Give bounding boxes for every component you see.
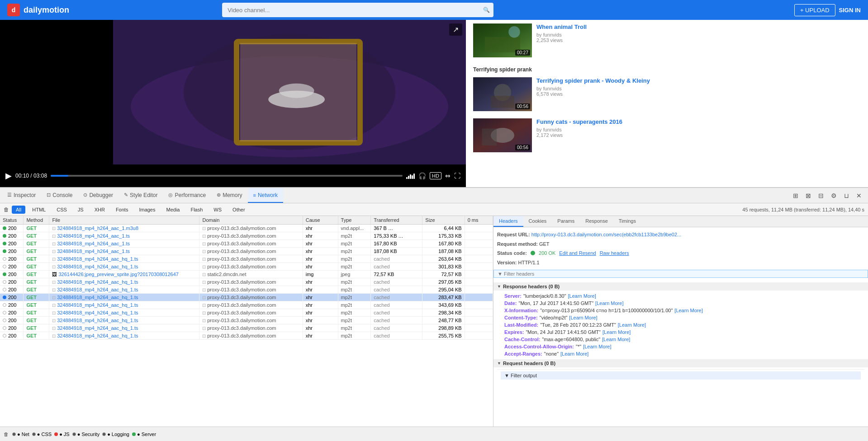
col-header-type[interactable]: Type — [338, 216, 371, 225]
col-header-time[interactable]: 0 ms — [465, 216, 493, 225]
table-row[interactable]: 200 GET ⊡ 324884918_mp4_h264_aac_hq_1.ts… — [0, 324, 493, 332]
file-cell[interactable]: ⊡ 324884918_mp4_h264_aac_1.ts — [49, 232, 199, 240]
filter-all[interactable]: All — [12, 206, 25, 214]
headphones-icon[interactable]: 🎧 — [418, 172, 426, 179]
table-row[interactable]: 200 GET ⊡ 324884918_mp4_h264_aac_hq_1.ts… — [0, 263, 493, 271]
table-row[interactable]: 200 GET ⊡ 324884918_mp4_h264_aac_hq_1.ts… — [0, 294, 493, 301]
filter-output-label[interactable]: ▼ Filter output — [501, 371, 861, 380]
close-devtools-button[interactable]: ✕ — [854, 190, 864, 201]
nd-tab-headers[interactable]: Headers — [493, 216, 523, 227]
filter-media[interactable]: Media — [162, 206, 184, 214]
tab-network[interactable]: ≡ Network — [248, 188, 283, 203]
table-row[interactable]: 200 GET ⊡ 324884918_mp4_h264_aac_hq_1.ts… — [0, 301, 493, 309]
file-cell[interactable]: ⊡ 324884918_mp4_h264_aac_hq_1.ts — [49, 255, 199, 263]
table-row[interactable]: 200 GET ⊡ 324884918_mp4_h264_aac_hq_1.ts… — [0, 332, 493, 340]
filter-fonts[interactable]: Fonts — [112, 206, 133, 214]
tab-debugger[interactable]: ⊙ Debugger — [78, 188, 119, 203]
search-icon[interactable]: 🔍 — [483, 7, 490, 13]
response-headers-section[interactable]: Response headers (0 B) — [493, 282, 868, 291]
file-cell[interactable]: ⊡ 324884918_mp4_h264_aac_hq_1.ts — [49, 263, 199, 271]
file-link[interactable]: 326144426:jpeg_preview_sprite.jpg?201703… — [59, 272, 179, 277]
fullscreen-icon[interactable]: ⛶ — [454, 172, 460, 179]
sidebar-video-2[interactable]: 00:56 Terrifying spider prank - Woody & … — [473, 77, 861, 111]
filter-headers-input[interactable] — [493, 270, 868, 278]
cf-net[interactable]: ● Net — [12, 432, 29, 437]
learn-more-link[interactable]: [Learn More] — [560, 351, 588, 357]
filter-other[interactable]: Other — [228, 206, 249, 214]
filter-ws[interactable]: WS — [209, 206, 226, 214]
filter-flash[interactable]: Flash — [186, 206, 207, 214]
cf-js[interactable]: ● JS — [54, 432, 70, 437]
file-link[interactable]: 324884918_mp4_h264_aac_hq_1.ts — [57, 295, 138, 300]
undock-button[interactable]: ⊔ — [841, 190, 852, 201]
filter-css[interactable]: CSS — [52, 206, 71, 214]
learn-more-link[interactable]: [Learn More] — [674, 308, 702, 313]
nd-tab-timings[interactable]: Timings — [613, 216, 641, 227]
file-cell[interactable]: ⊡ 324884918_mp4_h264_aac_hq_1.ts — [49, 301, 199, 309]
signin-button[interactable]: SIGN IN — [839, 7, 861, 14]
file-link[interactable]: 324884918_mp4_h264_aac_1.ts — [57, 249, 130, 254]
table-row[interactable]: 200 GET ⊡ 324884918_mp4_h264_aac_hq_1.ts… — [0, 309, 493, 317]
file-cell[interactable]: ⊡ 324884918_mp4_h264_aac_hq_1.ts — [49, 309, 199, 317]
file-link[interactable]: 324884918_mp4_h264_aac_1.ts — [57, 241, 130, 246]
file-link[interactable]: 324884918_mp4_h264_aac_hq_1.ts — [57, 325, 138, 331]
file-link[interactable]: 324884918_mp4_h264_aac_hq_1.ts — [57, 302, 138, 308]
col-header-size[interactable]: Size — [422, 216, 465, 225]
file-link[interactable]: 324884918_mp4_h264_aac_1.m3u8 — [57, 225, 138, 231]
pick-element-button[interactable]: ⊠ — [803, 190, 814, 201]
nd-tab-cookies[interactable]: Cookies — [523, 216, 552, 227]
learn-more-link[interactable]: [Learn More] — [618, 322, 646, 328]
table-row[interactable]: 200 GET 🖼 326144426:jpeg_preview_sprite.… — [0, 271, 493, 278]
learn-more-link[interactable]: [Learn More] — [583, 344, 611, 349]
settings-button[interactable]: ⚙ — [828, 190, 839, 201]
learn-more-link[interactable]: [Learn More] — [602, 329, 631, 335]
filter-js[interactable]: JS — [74, 206, 88, 214]
file-cell[interactable]: ⊡ 324884918_mp4_h264_aac_hq_1.ts — [49, 294, 199, 301]
trash-icon[interactable]: 🗑 — [4, 206, 9, 213]
split-console-button[interactable]: ⊟ — [816, 190, 826, 201]
tab-style-editor[interactable]: ✎ Style Editor — [119, 188, 163, 203]
learn-more-link[interactable]: [Learn More] — [568, 293, 596, 299]
learn-more-link[interactable]: [Learn More] — [569, 315, 597, 320]
file-cell[interactable]: ⊡ 324884918_mp4_h264_aac_hq_1.ts — [49, 317, 199, 324]
file-cell[interactable]: 🖼 326144426:jpeg_preview_sprite.jpg?2017… — [49, 271, 199, 278]
trash-console-icon[interactable]: 🗑 — [4, 432, 9, 437]
upload-button[interactable]: + UPLOAD — [794, 4, 835, 16]
nd-tab-response[interactable]: Response — [580, 216, 613, 227]
request-headers-section[interactable]: Request headers (0 B) — [493, 359, 868, 367]
filter-xhr[interactable]: XHR — [90, 206, 109, 214]
col-header-transferred[interactable]: Transferred — [371, 216, 422, 225]
file-cell[interactable]: ⊡ 324884918_mp4_h264_aac_1.ts — [49, 240, 199, 248]
tab-memory[interactable]: ⊛ Memory — [211, 188, 247, 203]
cf-server[interactable]: ● Server — [132, 432, 156, 437]
resize-icon[interactable]: ⇔ — [445, 172, 451, 179]
col-header-status[interactable]: Status — [0, 216, 24, 225]
file-link[interactable]: 324884918_mp4_h264_aac_hq_1.ts — [57, 333, 138, 338]
sidebar-video-3[interactable]: 00:56 Funny cats - superagents 2016 by f… — [473, 118, 861, 152]
cf-security[interactable]: ● Security — [72, 432, 100, 437]
tab-performance[interactable]: ◎ Performance — [163, 188, 211, 203]
file-link[interactable]: 324884918_mp4_h264_aac_hq_1.ts — [57, 256, 138, 262]
table-row[interactable]: 200 GET ⊡ 324884918_mp4_h264_aac_hq_1.ts… — [0, 278, 493, 286]
file-cell[interactable]: ⊡ 324884918_mp4_h264_aac_hq_1.ts — [49, 332, 199, 340]
file-cell[interactable]: ⊡ 324884918_mp4_h264_aac_hq_1.ts — [49, 278, 199, 286]
edit-resend-button[interactable]: Edit and Resend — [559, 250, 596, 256]
table-row[interactable]: 200 GET ⊡ 324884918_mp4_h264_aac_1.ts ⊡ … — [0, 232, 493, 240]
file-cell[interactable]: ⊡ 324884918_mp4_h264_aac_1.ts — [49, 248, 199, 255]
file-link[interactable]: 324884918_mp4_h264_aac_hq_1.ts — [57, 279, 138, 285]
file-cell[interactable]: ⊡ 324884918_mp4_h264_aac_hq_1.ts — [49, 286, 199, 294]
responsive-design-button[interactable]: ⊞ — [790, 190, 801, 201]
file-cell[interactable]: ⊡ 324884918_mp4_h264_aac_hq_1.ts — [49, 324, 199, 332]
table-row[interactable]: 200 GET ⊡ 324884918_mp4_h264_aac_1.ts ⊡ … — [0, 240, 493, 248]
table-row[interactable]: 200 GET ⊡ 324884918_mp4_h264_aac_hq_1.ts… — [0, 317, 493, 324]
table-row[interactable]: 200 GET ⊡ 324884918_mp4_h264_aac_hq_1.ts… — [0, 286, 493, 294]
filter-images[interactable]: Images — [135, 206, 159, 214]
col-header-file[interactable]: File — [49, 216, 199, 225]
logo[interactable]: d dailymotion — [7, 4, 69, 16]
play-button[interactable]: ▶ — [5, 171, 12, 181]
tab-inspector[interactable]: ☰ Inspector — [2, 188, 41, 203]
learn-more-link[interactable]: [Learn More] — [595, 300, 623, 306]
col-header-method[interactable]: Method — [24, 216, 49, 225]
filter-html[interactable]: HTML — [28, 206, 50, 214]
file-link[interactable]: 324884918_mp4_h264_aac_hq_1.ts — [57, 318, 138, 323]
